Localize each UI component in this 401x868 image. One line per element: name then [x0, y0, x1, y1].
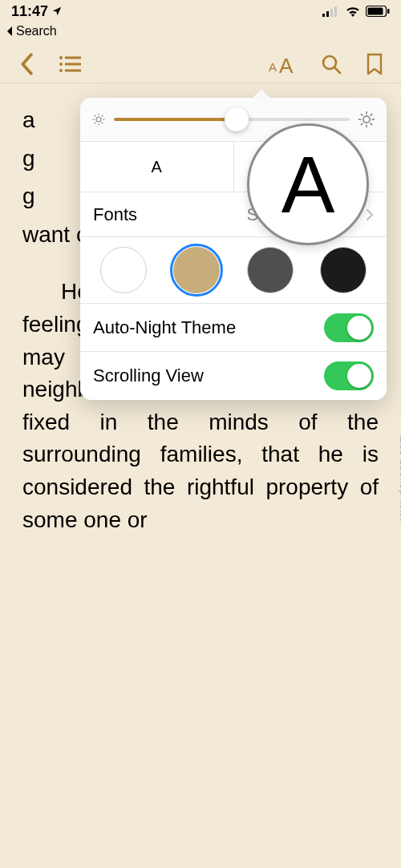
- breadcrumb[interactable]: Search: [5, 24, 57, 38]
- fonts-label: Fonts: [93, 204, 137, 225]
- svg-rect-10: [65, 63, 81, 65]
- auto-night-row: Auto-Night Theme: [80, 304, 387, 352]
- svg-line-33: [361, 123, 363, 126]
- caret-left-icon: [5, 26, 14, 37]
- svg-point-9: [59, 63, 63, 66]
- slider-knob[interactable]: [225, 107, 249, 131]
- cellular-icon: [322, 6, 340, 17]
- svg-line-34: [371, 114, 373, 116]
- font-small-glyph: A: [152, 158, 162, 176]
- location-icon: [51, 6, 63, 17]
- svg-point-11: [59, 69, 63, 72]
- svg-text:A: A: [279, 54, 294, 75]
- svg-line-25: [102, 115, 103, 117]
- search-button[interactable]: [319, 52, 343, 76]
- svg-point-7: [59, 56, 63, 59]
- scrolling-label: Scrolling View: [93, 365, 204, 386]
- back-button[interactable]: [14, 52, 38, 76]
- magnifier-loupe: A: [247, 123, 369, 245]
- theme-sepia[interactable]: [173, 247, 220, 293]
- chevron-right-icon: [366, 208, 374, 221]
- auto-night-label: Auto-Night Theme: [93, 317, 236, 338]
- scrolling-row: Scrolling View: [80, 352, 387, 400]
- svg-line-22: [95, 115, 96, 117]
- svg-rect-6: [387, 9, 390, 14]
- search-icon: [321, 54, 342, 75]
- toc-button[interactable]: [58, 52, 82, 76]
- scrolling-toggle[interactable]: [324, 361, 374, 390]
- chevron-left-icon: [19, 53, 34, 75]
- toggle-knob: [347, 364, 371, 388]
- auto-night-toggle[interactable]: [324, 313, 374, 342]
- svg-point-17: [96, 117, 101, 122]
- brightness-low-icon: [91, 112, 106, 127]
- svg-line-31: [361, 114, 363, 116]
- breadcrumb-row: Search: [0, 22, 401, 45]
- clock-text: 11:47: [11, 3, 48, 20]
- wifi-icon: [345, 6, 361, 17]
- theme-grey[interactable]: [247, 247, 294, 293]
- magnifier-glyph: A: [282, 139, 335, 231]
- status-time: 11:47: [11, 3, 63, 20]
- svg-rect-2: [330, 9, 333, 17]
- svg-rect-0: [322, 14, 325, 17]
- popover-arrow: [252, 89, 271, 99]
- svg-rect-3: [334, 6, 337, 17]
- themes-row: [80, 237, 387, 304]
- watermark: www.deuapp.com: [397, 434, 402, 523]
- svg-rect-8: [65, 56, 81, 59]
- battery-icon: [366, 6, 390, 17]
- nav-bar: AA: [0, 45, 401, 83]
- list-icon: [59, 55, 81, 73]
- svg-rect-1: [326, 11, 329, 17]
- svg-line-32: [371, 123, 373, 126]
- svg-line-24: [95, 123, 96, 124]
- svg-line-16: [334, 67, 340, 73]
- svg-rect-5: [368, 8, 383, 15]
- svg-point-26: [363, 116, 370, 123]
- font-size-icon: AA: [265, 54, 299, 75]
- appearance-button[interactable]: AA: [265, 52, 300, 76]
- brightness-high-icon: [358, 111, 375, 128]
- bookmark-button[interactable]: [363, 52, 387, 76]
- theme-white[interactable]: [100, 247, 147, 293]
- svg-text:A: A: [269, 60, 277, 74]
- svg-line-23: [102, 123, 103, 124]
- status-bar: 11:47: [0, 0, 401, 22]
- bookmark-icon: [367, 53, 383, 75]
- toggle-knob: [347, 316, 371, 340]
- theme-black[interactable]: [320, 247, 367, 293]
- breadcrumb-label: Search: [16, 24, 57, 38]
- brightness-slider[interactable]: [114, 118, 350, 121]
- svg-rect-12: [65, 69, 81, 71]
- font-smaller-button[interactable]: A: [80, 142, 234, 192]
